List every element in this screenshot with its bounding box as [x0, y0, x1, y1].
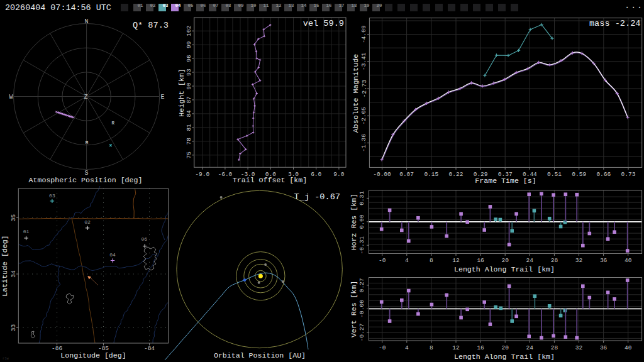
- svg-text:Trail Offset [km]: Trail Offset [km]: [233, 176, 307, 184]
- svg-text:13: 13: [289, 3, 295, 8]
- svg-text:E: E: [160, 94, 164, 101]
- svg-text:17: 17: [339, 3, 345, 8]
- svg-text:Frame Time [s]: Frame Time [s]: [475, 177, 536, 185]
- svg-text:vel 59.9: vel 59.9: [303, 19, 344, 28]
- svg-text:36: 36: [600, 257, 608, 264]
- svg-text:35: 35: [10, 214, 17, 222]
- svg-text:75: 75: [186, 151, 192, 159]
- svg-text:W: W: [9, 94, 13, 101]
- svg-text:0.27: 0.27: [359, 278, 366, 292]
- svg-text:36: 36: [600, 344, 608, 351]
- svg-text:0.73: 0.73: [621, 171, 636, 178]
- svg-text:32: 32: [575, 344, 583, 351]
- svg-text:-2.73: -2.73: [361, 79, 368, 97]
- svg-text:16: 16: [326, 3, 333, 8]
- svg-text:40: 40: [625, 344, 632, 351]
- svg-text:Q* 87.3: Q* 87.3: [133, 21, 169, 30]
- svg-text:-6.0: -6.0: [218, 171, 232, 178]
- svg-text:99: 99: [186, 41, 192, 48]
- svg-text:81: 81: [186, 124, 192, 131]
- svg-text:02: 02: [150, 3, 157, 8]
- svg-text:4: 4: [405, 344, 409, 351]
- svg-text:Longitude [deg]: Longitude [deg]: [60, 351, 126, 359]
- svg-text:r]w: r]w: [3, 356, 9, 361]
- svg-text:04: 04: [175, 3, 182, 8]
- svg-text:04: 04: [109, 252, 116, 258]
- svg-text:07: 07: [213, 3, 219, 8]
- svg-text:Orbital Position [AU]: Orbital Position [AU]: [214, 351, 306, 359]
- svg-text:0.59: 0.59: [572, 171, 586, 178]
- svg-text:03: 03: [163, 3, 169, 8]
- svg-text:8: 8: [430, 344, 433, 351]
- svg-text:10: 10: [251, 3, 257, 8]
- svg-text:Latitude [deg]: Latitude [deg]: [1, 235, 9, 296]
- svg-text:-2.05: -2.05: [361, 107, 368, 125]
- svg-text:S: S: [85, 170, 89, 177]
- svg-text:Horz Res [km]: Horz Res [km]: [350, 194, 358, 250]
- svg-text:06: 06: [201, 3, 207, 8]
- svg-text:96: 96: [186, 55, 192, 62]
- svg-text:0.66: 0.66: [596, 171, 611, 178]
- svg-text:-0.00: -0.00: [373, 171, 391, 178]
- svg-text:mass -2.24: mass -2.24: [589, 19, 641, 28]
- svg-text:93: 93: [186, 69, 192, 76]
- svg-text:19: 19: [364, 3, 370, 8]
- svg-text:06: 06: [141, 236, 147, 242]
- svg-text:09: 09: [238, 3, 245, 8]
- svg-text:20: 20: [501, 257, 509, 264]
- svg-text:Length Along Trail [km]: Length Along Trail [km]: [454, 353, 555, 361]
- svg-text:T_j -0.67: T_j -0.67: [294, 192, 340, 202]
- svg-text:4: 4: [405, 257, 409, 264]
- svg-text:-0.31: -0.31: [359, 236, 366, 255]
- svg-text:Vert Res [km]: Vert Res [km]: [350, 281, 358, 337]
- svg-text:6.0: 6.0: [311, 171, 321, 178]
- svg-text:08: 08: [226, 3, 232, 8]
- svg-text:28: 28: [551, 257, 558, 264]
- svg-text:-0: -0: [379, 257, 386, 264]
- svg-text:20260404 07:14:56 UTC: 20260404 07:14:56 UTC: [5, 3, 111, 13]
- svg-text:0.31: 0.31: [359, 191, 366, 206]
- svg-text:0.51: 0.51: [547, 171, 562, 178]
- svg-text:84: 84: [186, 110, 192, 118]
- svg-text:20: 20: [501, 344, 509, 351]
- svg-text:M: M: [86, 140, 89, 145]
- svg-text:15: 15: [314, 3, 320, 8]
- svg-text:0.15: 0.15: [424, 171, 438, 178]
- svg-text:9.0: 9.0: [333, 171, 344, 178]
- svg-text:90: 90: [186, 82, 192, 90]
- svg-text:87: 87: [186, 96, 192, 103]
- svg-text:...: ...: [625, 1, 643, 11]
- svg-text:-1.36: -1.36: [361, 134, 368, 152]
- svg-text:-9.0: -9.0: [195, 171, 209, 178]
- svg-text:11: 11: [264, 3, 270, 8]
- svg-text:-0.00: -0.00: [359, 300, 366, 318]
- svg-text:0.22: 0.22: [449, 171, 464, 178]
- svg-text:Height [km]: Height [km]: [177, 69, 186, 117]
- svg-text:28: 28: [551, 344, 558, 351]
- svg-text:16: 16: [477, 344, 484, 351]
- svg-text:-3.41: -3.41: [361, 52, 368, 70]
- svg-text:14: 14: [301, 3, 308, 8]
- svg-text:24: 24: [526, 344, 534, 351]
- svg-text:12: 12: [452, 344, 460, 351]
- svg-text:16: 16: [477, 257, 484, 264]
- svg-text:0.07: 0.07: [399, 171, 414, 178]
- svg-text:Length Along Trail [km]: Length Along Trail [km]: [454, 265, 555, 273]
- svg-text:12: 12: [276, 3, 282, 8]
- svg-text:-0: -0: [379, 344, 386, 351]
- svg-text:8: 8: [430, 257, 433, 264]
- svg-text:Z: Z: [84, 94, 87, 101]
- svg-text:R: R: [111, 121, 114, 126]
- svg-text:0.00: 0.00: [359, 214, 366, 229]
- svg-text:N: N: [85, 18, 89, 25]
- svg-text:32: 32: [575, 257, 583, 264]
- svg-text:Absolute Magnitude: Absolute Magnitude: [352, 54, 360, 133]
- svg-text:02: 02: [84, 219, 91, 225]
- svg-text:33: 33: [10, 324, 17, 332]
- svg-text:20: 20: [377, 3, 383, 8]
- svg-text:05: 05: [188, 3, 194, 8]
- svg-text:-84: -84: [144, 345, 155, 352]
- svg-text:03: 03: [49, 193, 55, 199]
- svg-text:01: 01: [23, 229, 30, 234]
- svg-text:18: 18: [352, 3, 358, 8]
